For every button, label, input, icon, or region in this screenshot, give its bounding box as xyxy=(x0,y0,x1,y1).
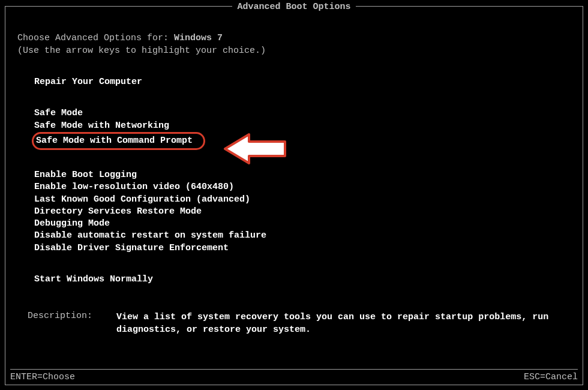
intro-os: Windows 7 xyxy=(174,33,223,43)
boot-option[interactable]: Safe Mode with Command Prompt xyxy=(34,132,571,150)
boot-option-label: Safe Mode with Command Prompt xyxy=(32,132,205,150)
boot-option[interactable]: Repair Your Computer xyxy=(34,76,571,88)
description-text: View a list of system recovery tools you… xyxy=(116,311,571,336)
intro-text: Choose Advanced Options for: Windows 7 xyxy=(17,32,571,44)
option-group: Enable Boot LoggingEnable low-resolution… xyxy=(17,169,571,254)
boot-option[interactable]: Start Windows Normally xyxy=(34,274,571,286)
boot-option[interactable]: Disable automatic restart on system fail… xyxy=(34,230,571,242)
footer-bar: ENTER=Choose ESC=Cancel xyxy=(10,369,578,382)
page-title: Advanced Boot Options xyxy=(232,2,355,12)
description-label: Description: xyxy=(28,311,116,336)
title-bar: Advanced Boot Options xyxy=(5,2,583,12)
intro-prefix: Choose Advanced Options for: xyxy=(17,33,174,43)
option-group: Repair Your Computer xyxy=(17,76,571,88)
footer-enter: ENTER=Choose xyxy=(10,372,75,382)
description-block: Description: View a list of system recov… xyxy=(17,311,571,336)
boot-option[interactable]: Enable low-resolution video (640x480) xyxy=(34,181,571,193)
boot-option[interactable]: Debugging Mode xyxy=(34,218,571,230)
boot-options-panel: Advanced Boot Options Choose Advanced Op… xyxy=(5,6,583,385)
boot-option[interactable]: Enable Boot Logging xyxy=(34,169,571,181)
boot-option[interactable]: Directory Services Restore Mode xyxy=(34,206,571,218)
option-group: Safe ModeSafe Mode with NetworkingSafe M… xyxy=(17,107,571,150)
options-list: Repair Your ComputerSafe ModeSafe Mode w… xyxy=(17,76,571,286)
intro-hint: (Use the arrow keys to highlight your ch… xyxy=(17,44,571,57)
boot-option[interactable]: Safe Mode xyxy=(34,107,571,119)
footer-esc: ESC=Cancel xyxy=(524,372,578,382)
main-content: Choose Advanced Options for: Windows 7 (… xyxy=(5,7,583,336)
boot-option[interactable]: Last Known Good Configuration (advanced) xyxy=(34,194,571,206)
boot-option[interactable]: Disable Driver Signature Enforcement xyxy=(34,242,571,254)
option-group: Start Windows Normally xyxy=(17,274,571,286)
boot-option[interactable]: Safe Mode with Networking xyxy=(34,120,571,132)
